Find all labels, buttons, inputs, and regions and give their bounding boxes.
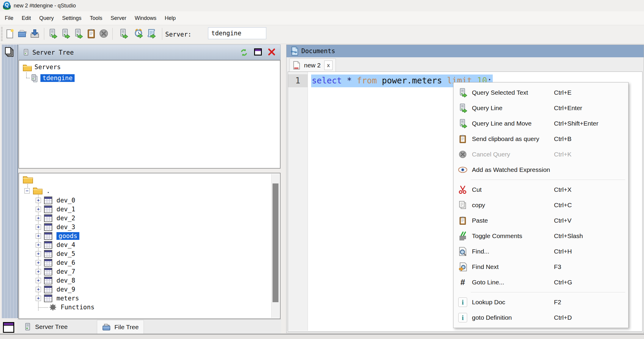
expand-toggle[interactable]: + xyxy=(36,216,41,221)
menu-settings[interactable]: Settings xyxy=(58,11,86,25)
menu-item-lookup-doc[interactable]: i Lookup Doc F2 xyxy=(454,294,628,310)
tree-row-table[interactable]: + dev_3 xyxy=(36,223,155,232)
query-line-move-button[interactable] xyxy=(73,28,83,39)
restore-panel-icon[interactable] xyxy=(3,322,14,333)
menu-tools[interactable]: Tools xyxy=(86,11,106,25)
server-tree-header[interactable]: Server Tree xyxy=(18,45,281,60)
server-node-tdengine[interactable]: tdengine xyxy=(40,74,75,82)
menu-item-query-line[interactable]: Query Line Ctrl+Enter xyxy=(454,100,628,116)
menu-item-query-line-and-move[interactable]: Query Line and Move Ctrl+Shift+Enter xyxy=(454,116,628,131)
tree-row-table[interactable]: + dev_9 xyxy=(36,285,155,294)
table-label[interactable]: dev_5 xyxy=(56,250,75,257)
expand-toggle[interactable]: + xyxy=(36,269,41,274)
file-tree-tab-icon xyxy=(102,323,111,331)
root-dot-label[interactable]: . xyxy=(46,187,50,194)
table-label[interactable]: dev_3 xyxy=(56,224,75,231)
scheduled-query-button[interactable] xyxy=(134,28,144,39)
tree-row-table[interactable]: + dev_6 xyxy=(36,258,155,267)
maximize-panel-icon[interactable] xyxy=(254,48,262,56)
menu-item-copy[interactable]: copy Ctrl+C xyxy=(454,197,628,213)
save-button[interactable] xyxy=(30,28,40,39)
expand-toggle[interactable]: + xyxy=(36,278,41,283)
menu-item-query-selected-text[interactable]: Query Selected Text Ctrl+E xyxy=(454,85,628,100)
cancel-query-button[interactable] xyxy=(99,28,109,39)
table-label[interactable]: dev_6 xyxy=(56,259,75,266)
toolbar-grip[interactable] xyxy=(1,27,3,42)
table-label[interactable]: dev_4 xyxy=(56,241,75,248)
menu-windows[interactable]: Windows xyxy=(130,11,160,25)
expand-toggle[interactable]: + xyxy=(36,251,41,256)
query-line-button[interactable] xyxy=(60,28,70,39)
table-label[interactable]: dev_1 xyxy=(56,206,75,213)
menu-item-add-as-watched-expression[interactable]: Add as Watched Expression xyxy=(454,162,628,178)
menu-item-label: Query Line and Move xyxy=(472,120,554,127)
expand-toggle[interactable]: + xyxy=(36,233,41,239)
table-label[interactable]: dev_2 xyxy=(56,215,75,222)
expand-toggle[interactable]: + xyxy=(36,242,41,248)
table-label[interactable]: meters xyxy=(56,295,79,302)
close-tab-button[interactable]: x xyxy=(324,61,333,70)
table-label[interactable]: dev_7 xyxy=(56,268,75,275)
menu-edit[interactable]: Edit xyxy=(18,11,35,25)
tree-row-table[interactable]: + dev_0 xyxy=(36,196,155,205)
tab-new-2[interactable]: new 2 x xyxy=(289,58,336,72)
run-script-button[interactable] xyxy=(146,28,156,39)
tab-server-tree[interactable]: Server Tree xyxy=(19,320,73,334)
menu-item-paste[interactable]: Paste Ctrl+V xyxy=(454,213,628,228)
open-file-button[interactable] xyxy=(17,28,27,39)
menu-item-toggle-comments[interactable]: Toggle Comments Ctrl+Slash xyxy=(454,228,628,244)
expand-toggle[interactable]: + xyxy=(36,296,41,301)
refresh-icon[interactable] xyxy=(240,48,248,57)
expand-toggle[interactable]: + xyxy=(36,287,41,292)
tree-row-table[interactable]: + dev_4 xyxy=(36,240,155,249)
expand-toggle[interactable]: + xyxy=(36,207,41,212)
scissors-icon xyxy=(454,185,472,194)
documents-header[interactable]: Documents xyxy=(286,45,644,57)
table-label[interactable]: dev_8 xyxy=(56,277,75,284)
tree-row-table[interactable]: + dev_7 xyxy=(36,267,155,276)
query-server-button[interactable] xyxy=(118,28,128,39)
menu-item-send-clipboard-as-query[interactable]: Send clipboard as query Ctrl+B xyxy=(454,131,628,147)
query-selected-button[interactable] xyxy=(48,28,58,39)
server-input[interactable] xyxy=(208,27,266,39)
menu-file[interactable]: File xyxy=(1,11,18,25)
tree-row-table-selected[interactable]: + goods xyxy=(36,232,155,240)
expand-toggle[interactable]: + xyxy=(36,198,41,203)
tree-row-functions[interactable]: Functions xyxy=(36,303,155,312)
menu-item-label: Find... xyxy=(472,248,554,255)
new-file-button[interactable] xyxy=(5,28,15,39)
table-label[interactable]: dev_9 xyxy=(56,286,75,293)
tree-row-table[interactable]: + meters xyxy=(36,294,155,303)
tab-file-tree[interactable]: File Tree xyxy=(97,320,144,334)
dock-strip[interactable] xyxy=(2,45,18,318)
stacked-windows-icon[interactable] xyxy=(5,47,15,58)
tree-row-table[interactable]: + dev_5 xyxy=(36,249,155,258)
expand-toggle[interactable]: + xyxy=(36,224,41,230)
table-label[interactable]: dev_0 xyxy=(56,197,75,204)
tree-row-table[interactable]: + dev_8 xyxy=(36,276,155,285)
menu-server[interactable]: Server xyxy=(106,11,130,25)
collapse-toggle[interactable]: − xyxy=(24,188,30,194)
sql-keyword: from xyxy=(357,76,382,85)
functions-label[interactable]: Functions xyxy=(61,304,95,311)
title-bar: new 2 #tdengine - qStudio xyxy=(0,0,644,11)
tree-row-root[interactable]: − . xyxy=(24,186,143,195)
line-number: 1 xyxy=(288,74,308,87)
folder-icon xyxy=(33,187,43,195)
tree-row-table[interactable]: + dev_1 xyxy=(36,205,155,214)
menu-query[interactable]: Query xyxy=(35,11,58,25)
menu-item-goto-definition[interactable]: i goto Definition Ctrl+D xyxy=(454,310,628,325)
menu-item-goto-line[interactable]: # Goto Line... Ctrl+G xyxy=(454,275,628,290)
table-label-selected[interactable]: goods xyxy=(56,232,79,240)
send-clipboard-button[interactable] xyxy=(86,28,96,39)
scrollbar-thumb[interactable] xyxy=(273,183,278,302)
tree-row-table[interactable]: + dev_2 xyxy=(36,214,155,223)
close-panel-icon[interactable] xyxy=(268,48,275,56)
scrollbar-track[interactable] xyxy=(271,174,279,318)
menu-item-find[interactable]: Find... Ctrl+H xyxy=(454,244,628,259)
menu-item-find-next[interactable]: Find Next F3 xyxy=(454,259,628,275)
menu-item-cut[interactable]: Cut Ctrl+X xyxy=(454,182,628,197)
servers-root-label[interactable]: Servers xyxy=(34,64,61,71)
expand-toggle[interactable]: + xyxy=(36,260,41,265)
menu-help[interactable]: Help xyxy=(160,11,180,25)
